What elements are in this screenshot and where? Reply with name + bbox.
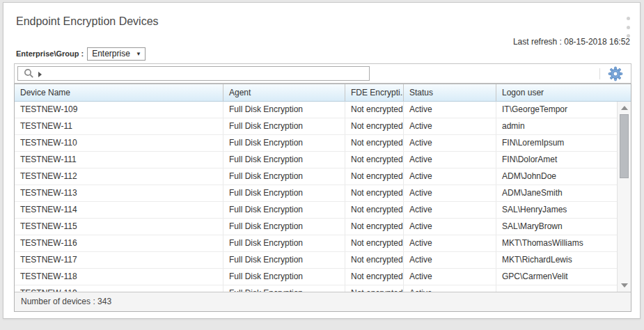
search-input[interactable] <box>17 66 370 81</box>
cell-fde: Not encrypted <box>345 285 404 292</box>
cell-agent: Full Disk Encryption <box>223 219 345 235</box>
widget-menu-icon[interactable] <box>623 17 633 38</box>
scroll-down-arrow-icon[interactable] <box>621 283 628 288</box>
cell-status: Active <box>404 102 496 118</box>
cell-fde: Not encrypted <box>345 269 404 285</box>
group-selector-row: Enterprise\Group : Enterprise ▼ <box>16 47 146 61</box>
cell-status: Active <box>404 235 496 251</box>
cell-agent: Full Disk Encryption <box>223 102 345 118</box>
cell-logon: ADM\JohnDoe <box>496 168 617 184</box>
cell-agent: Full Disk Encryption <box>223 202 345 218</box>
group-select-value: Enterprise <box>92 49 130 58</box>
cell-device: TESTNEW-114 <box>15 202 223 218</box>
cell-logon: GPC\CarmenVelit <box>496 269 617 285</box>
select-caret-icon: ▼ <box>136 51 141 57</box>
cell-device: TESTNEW-119 <box>15 285 223 292</box>
menu-dot <box>627 17 630 20</box>
cell-status: Active <box>404 152 496 168</box>
cell-device: TESTNEW-118 <box>15 269 223 285</box>
search-options-caret-icon[interactable] <box>38 72 42 77</box>
cell-agent: Full Disk Encryption <box>223 185 345 201</box>
cell-agent: Full Disk Encryption <box>223 118 345 134</box>
column-header-fde[interactable]: FDE Encrypti... <box>345 84 404 101</box>
table-row[interactable]: TESTNEW-117Full Disk EncryptionNot encry… <box>15 252 617 269</box>
cell-device: TESTNEW-115 <box>15 219 223 235</box>
table-row[interactable]: TESTNEW-11Full Disk EncryptionNot encryp… <box>15 118 617 135</box>
cell-status: Active <box>404 219 496 235</box>
cell-agent: Full Disk Encryption <box>223 285 345 292</box>
column-header-device[interactable]: Device Name <box>15 84 223 101</box>
cell-fde: Not encrypted <box>345 185 404 201</box>
cell-fde: Not encrypted <box>345 152 404 168</box>
cell-logon: FIN\DolorAmet <box>496 152 617 168</box>
cell-status: Active <box>404 118 496 134</box>
cell-status: Active <box>404 252 496 268</box>
menu-dot <box>627 26 630 29</box>
last-refresh-text: Last refresh : 08-15-2018 16:52 <box>513 37 630 47</box>
table-row[interactable]: TESTNEW-112Full Disk EncryptionNot encry… <box>15 168 617 185</box>
scroll-up-arrow-icon[interactable] <box>621 106 628 110</box>
column-header-status[interactable]: Status <box>404 84 496 101</box>
table-row[interactable]: TESTNEW-119Full Disk EncryptionNot encry… <box>15 285 617 292</box>
cell-logon: MKT\RichardLewis <box>496 252 617 268</box>
cell-fde: Not encrypted <box>345 118 404 134</box>
cell-fde: Not encrypted <box>345 135 404 151</box>
table-row[interactable]: TESTNEW-116Full Disk EncryptionNot encry… <box>15 235 617 252</box>
cell-agent: Full Disk Encryption <box>223 269 345 285</box>
cell-device: TESTNEW-116 <box>15 235 223 251</box>
cell-agent: Full Disk Encryption <box>223 168 345 184</box>
table-row[interactable]: TESTNEW-114Full Disk EncryptionNot encry… <box>15 202 617 219</box>
table-row[interactable]: TESTNEW-115Full Disk EncryptionNot encry… <box>15 219 617 235</box>
cell-device: TESTNEW-11 <box>15 118 223 134</box>
cell-fde: Not encrypted <box>345 219 404 235</box>
group-select[interactable]: Enterprise ▼ <box>87 47 146 61</box>
gear-icon <box>608 66 623 81</box>
cell-fde: Not encrypted <box>345 168 404 184</box>
cell-logon: FIN\LoremIpsum <box>496 135 617 151</box>
widget-title: Endpoint Encryption Devices <box>16 15 159 28</box>
column-header-agent[interactable]: Agent <box>223 84 345 101</box>
cell-status: Active <box>404 185 496 201</box>
cell-device: TESTNEW-112 <box>15 168 223 184</box>
cell-device: TESTNEW-111 <box>15 152 223 168</box>
cell-logon: SAL\HenryJames <box>496 202 617 218</box>
scrollbar-thumb[interactable] <box>620 114 629 178</box>
cell-logon: SAL\MaryBrown <box>496 219 617 235</box>
cell-logon: ADM\JaneSmith <box>496 185 617 201</box>
cell-device: TESTNEW-109 <box>15 102 223 118</box>
cell-device: TESTNEW-113 <box>15 185 223 201</box>
table-row[interactable]: TESTNEW-110Full Disk EncryptionNot encry… <box>15 135 617 152</box>
table-row[interactable]: TESTNEW-113Full Disk EncryptionNot encry… <box>15 185 617 202</box>
endpoint-encryption-devices-widget: Endpoint Encryption Devices Last refresh… <box>3 2 641 319</box>
settings-gear-button[interactable] <box>608 66 623 81</box>
cell-fde: Not encrypted <box>345 252 404 268</box>
cell-device: TESTNEW-110 <box>15 135 223 151</box>
cell-agent: Full Disk Encryption <box>223 235 345 251</box>
cell-logon: admin <box>496 118 617 134</box>
cell-device: TESTNEW-117 <box>15 252 223 268</box>
table-row[interactable]: TESTNEW-111Full Disk EncryptionNot encry… <box>15 152 617 168</box>
group-label: Enterprise\Group : <box>16 49 84 58</box>
cell-agent: Full Disk Encryption <box>223 135 345 151</box>
table-rows: TESTNEW-109Full Disk EncryptionNot encry… <box>15 102 617 292</box>
cell-status: Active <box>404 285 496 292</box>
table-header-row: Device NameAgentFDE Encrypti...StatusLog… <box>15 84 631 102</box>
cell-fde: Not encrypted <box>345 202 404 218</box>
cell-logon <box>496 285 617 292</box>
table-body: TESTNEW-109Full Disk EncryptionNot encry… <box>15 102 631 292</box>
search-box <box>17 66 370 81</box>
cell-logon: IT\GeorgeTempor <box>496 102 617 118</box>
table-scrollbar[interactable] <box>617 102 631 292</box>
cell-status: Active <box>404 135 496 151</box>
cell-agent: Full Disk Encryption <box>223 252 345 268</box>
cell-status: Active <box>404 269 496 285</box>
cell-status: Active <box>404 202 496 218</box>
table-row[interactable]: TESTNEW-109Full Disk EncryptionNot encry… <box>15 102 617 118</box>
cell-fde: Not encrypted <box>345 235 404 251</box>
toolbar-divider <box>599 68 600 79</box>
cell-agent: Full Disk Encryption <box>223 152 345 168</box>
table-row[interactable]: TESTNEW-118Full Disk EncryptionNot encry… <box>15 269 617 285</box>
table-footer: Number of devices : 343 <box>15 292 631 311</box>
column-header-logon[interactable]: Logon user <box>496 84 631 101</box>
cell-status: Active <box>404 168 496 184</box>
